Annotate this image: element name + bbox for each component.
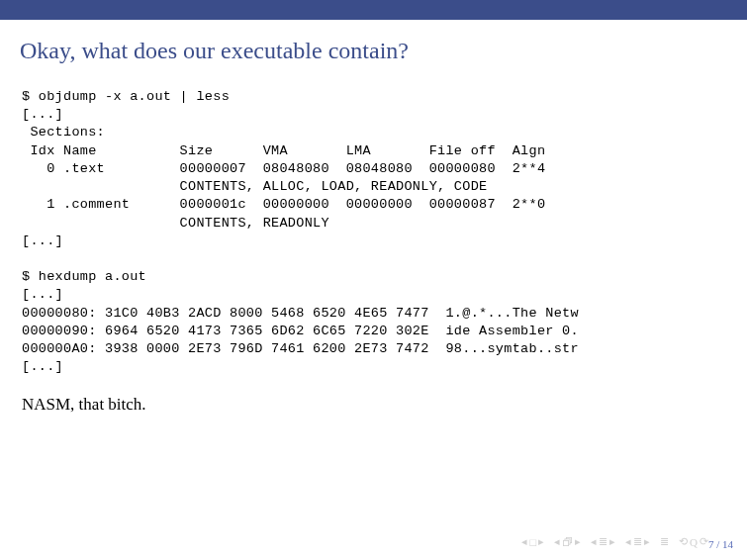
- nav-frame-icon: □: [528, 536, 537, 548]
- nav-third-group[interactable]: ◂ ≣ ▸: [590, 535, 616, 548]
- nav-slide-icon: ≣: [659, 535, 670, 548]
- nav-fifth-group[interactable]: ≣: [659, 535, 670, 548]
- nav-next-icon: ▸: [643, 535, 651, 548]
- nav-back-icon: ⟲: [678, 535, 689, 548]
- nav-next-icon: ▸: [608, 535, 616, 548]
- nav-first-group[interactable]: ◂ □ ▸: [520, 535, 545, 548]
- slide-title: Okay, what does our executable contain?: [0, 20, 747, 64]
- nav-section-icon: ≣: [598, 535, 608, 548]
- code-block: $ objdump -x a.out | less [...] Sections…: [22, 88, 725, 377]
- nav-fourth-group[interactable]: ◂ ≣ ▸: [624, 535, 651, 548]
- header-bar: [0, 0, 747, 20]
- nav-second-group[interactable]: ◂ 🗇 ▸: [553, 535, 582, 548]
- slide-content: $ objdump -x a.out | less [...] Sections…: [0, 64, 747, 415]
- slide-comment: NASM, that bitch.: [22, 395, 725, 415]
- page-number: 7 / 14: [708, 538, 733, 550]
- nav-prev-icon: ◂: [624, 535, 632, 548]
- nav-sixth-group[interactable]: ⟲ Q ⟳: [678, 535, 709, 548]
- nav-next-icon: ▸: [537, 535, 545, 548]
- nav-section-icon: ≣: [632, 535, 643, 548]
- nav-prev-icon: ◂: [590, 535, 598, 548]
- beamer-nav: ◂ □ ▸ ◂ 🗇 ▸ ◂ ≣ ▸ ◂ ≣ ▸ ≣ ⟲ Q ⟳: [520, 535, 709, 548]
- nav-search-icon: Q: [689, 536, 699, 548]
- nav-prev-icon: ◂: [520, 535, 528, 548]
- nav-prev-icon: ◂: [553, 535, 561, 548]
- nav-doc-icon: 🗇: [561, 536, 574, 548]
- nav-next-icon: ▸: [574, 535, 582, 548]
